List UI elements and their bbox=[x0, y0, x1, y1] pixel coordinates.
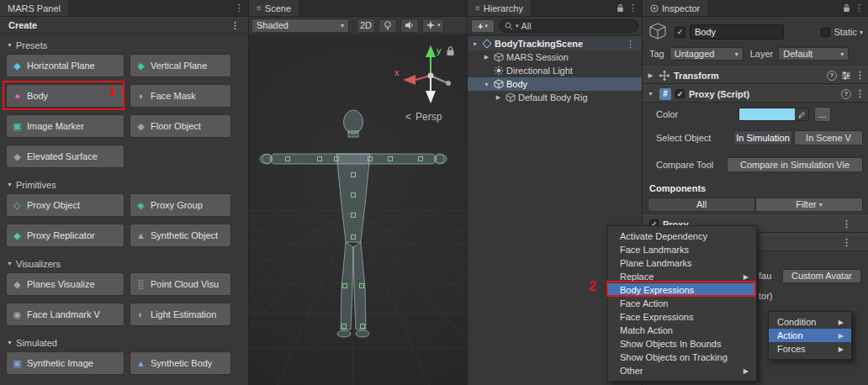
menu-item-match-action[interactable]: Match Action bbox=[608, 324, 756, 337]
tab-all[interactable]: All bbox=[648, 198, 755, 212]
in-scene-view-button[interactable]: In Scene V bbox=[794, 130, 863, 145]
x-axis-cone[interactable] bbox=[403, 75, 415, 85]
simulated-synthetic-image-button[interactable]: ▣ Synthetic Image bbox=[6, 351, 124, 375]
in-simulation-button[interactable]: In Simulation bbox=[733, 130, 792, 145]
section-simulated[interactable]: ▼ Simulated bbox=[5, 336, 57, 349]
chevron-down-icon[interactable]: ▾ bbox=[860, 29, 863, 36]
kebab-icon[interactable]: ⋮ bbox=[626, 40, 635, 49]
simulated-synthetic-body-button[interactable]: ▲ Synthetic Body bbox=[130, 351, 231, 375]
help-icon[interactable]: ? bbox=[827, 71, 837, 81]
section-primitives[interactable]: ▼ Primitives bbox=[5, 178, 56, 191]
foldout-open-icon[interactable]: ▼ bbox=[646, 91, 655, 97]
hierarchy-row-default-body-rig[interactable]: ▶ Default Body Rig bbox=[468, 91, 642, 104]
visualizer-point-cloud-button[interactable]: ⣿ Point Cloud Visu bbox=[130, 272, 231, 296]
lock-icon[interactable] bbox=[446, 45, 455, 56]
lock-icon[interactable] bbox=[617, 3, 624, 13]
gameobject-name-field[interactable]: Body bbox=[690, 24, 784, 40]
kebab-icon[interactable]: ⋮ bbox=[235, 3, 244, 13]
hierarchy-row-scene[interactable]: ▼ BodyTrackingScene ⋮ bbox=[468, 37, 642, 50]
2d-toggle-button[interactable]: 2D bbox=[357, 18, 375, 33]
primitive-synthetic-object-button[interactable]: ▲ Synthetic Object bbox=[130, 224, 231, 247]
visualizer-light-estimation-button[interactable]: ◐ Light Estimation bbox=[130, 303, 231, 326]
primitive-proxy-replicator-button[interactable]: ◆ Proxy Replicator bbox=[6, 224, 124, 247]
preset-vertical-plane-button[interactable]: ◆ Vertical Plane bbox=[130, 54, 231, 77]
menu-item-activate-dependency[interactable]: Activate Dependency bbox=[608, 229, 756, 243]
section-visualizers[interactable]: ▼ Visualizers bbox=[5, 257, 61, 270]
create-object-button[interactable]: + ▾ bbox=[471, 19, 495, 33]
back-axis-dot[interactable] bbox=[446, 81, 451, 86]
section-presets[interactable]: ▼ Presets bbox=[5, 39, 47, 51]
lock-icon[interactable] bbox=[843, 3, 850, 13]
visualizer-face-landmark-button[interactable]: ◉ Face Landmark V bbox=[6, 303, 124, 326]
foldout-closed-icon[interactable]: ▶ bbox=[482, 54, 491, 61]
transform-component-header[interactable]: ▶ Transform ? ⋮ bbox=[643, 66, 868, 84]
compare-in-simulation-button[interactable]: Compare in Simulation Vie bbox=[727, 157, 863, 172]
preset-body-button[interactable]: ● Body bbox=[6, 84, 124, 108]
hierarchy-row-mars-session[interactable]: ▶ MARS Session bbox=[468, 50, 642, 64]
perspective-label[interactable]: < Persp bbox=[405, 111, 442, 123]
foldout-closed-icon[interactable]: ▶ bbox=[646, 72, 655, 79]
primitive-proxy-object-button[interactable]: ◇ Proxy Object bbox=[6, 193, 124, 217]
active-checkbox[interactable]: ✓ bbox=[675, 27, 685, 38]
color-swatch[interactable] bbox=[739, 108, 795, 120]
lighting-toggle-button[interactable] bbox=[378, 18, 397, 33]
submenu-item-action[interactable]: Action▶ bbox=[769, 329, 851, 342]
color-field[interactable] bbox=[738, 108, 809, 121]
tab-scene[interactable]: ≡ Scene bbox=[249, 0, 299, 16]
menu-item-replace[interactable]: Replace▶ bbox=[608, 270, 756, 283]
menu-item-show-objects-in-bounds[interactable]: Show Objects In Bounds bbox=[608, 337, 756, 351]
audio-toggle-button[interactable] bbox=[400, 18, 419, 33]
primitive-proxy-group-button[interactable]: ◈ Proxy Group bbox=[130, 193, 231, 217]
proxy-enabled-checkbox[interactable]: ✓ bbox=[675, 89, 685, 98]
menu-item-face-expressions[interactable]: Face Expressions bbox=[608, 310, 756, 324]
preset-image-marker-button[interactable]: ▣ Image Marker bbox=[6, 114, 124, 138]
synthetic-object-icon: ▲ bbox=[135, 230, 146, 240]
shading-mode-dropdown[interactable]: Shaded ▾ bbox=[251, 18, 349, 33]
preset-face-mask-button[interactable]: ◗ Face Mask bbox=[130, 84, 231, 108]
menu-item-face-landmarks[interactable]: Face Landmarks bbox=[608, 243, 756, 256]
tab-filter[interactable]: Filter ▾ bbox=[755, 198, 863, 212]
foldout-open-icon[interactable]: ▼ bbox=[470, 41, 479, 47]
preset-elevated-surface-button[interactable]: ◆ Elevated Surface bbox=[6, 145, 124, 168]
kebab-icon[interactable]: ⋮ bbox=[842, 238, 851, 247]
eyedropper-icon[interactable] bbox=[795, 108, 808, 120]
menu-item-show-objects-on-tracking[interactable]: Show Objects on Tracking bbox=[608, 351, 756, 364]
components-label: Components bbox=[649, 183, 706, 193]
foldout-closed-icon[interactable]: ▶ bbox=[494, 94, 503, 101]
color-options-button[interactable]: ... bbox=[814, 107, 831, 122]
visualizer-planes-button[interactable]: ◆ Planes Visualize bbox=[6, 272, 124, 296]
menu-item-body-expressions[interactable]: Body Expressions bbox=[608, 283, 756, 297]
preset-horizontal-plane-button[interactable]: ◆ Horizontal Plane bbox=[6, 54, 124, 77]
submenu-item-condition[interactable]: Condition▶ bbox=[769, 315, 851, 329]
menu-item-other[interactable]: Other▶ bbox=[608, 364, 756, 377]
hierarchy-search-input[interactable]: ▾ All bbox=[499, 19, 638, 33]
presets-icon[interactable] bbox=[841, 71, 851, 81]
hierarchy-row-directional-light[interactable]: Directional Light bbox=[468, 64, 642, 77]
effects-toggle-button[interactable]: ▾ bbox=[422, 18, 444, 33]
kebab-icon[interactable]: ⋮ bbox=[842, 219, 851, 229]
tag-dropdown[interactable]: Untagged ▾ bbox=[670, 47, 744, 61]
kebab-icon[interactable]: ⋮ bbox=[230, 21, 240, 30]
scene-viewport[interactable]: y x < Persp bbox=[249, 35, 467, 385]
y-axis-cone[interactable] bbox=[426, 45, 436, 57]
tab-hierarchy[interactable]: ≡ Hierarchy bbox=[468, 0, 531, 16]
proxy-component-header[interactable]: ▼ # ✓ Proxy (Script) ? ⋮ bbox=[643, 85, 868, 103]
menu-item-face-action[interactable]: Face Action bbox=[608, 297, 756, 310]
kebab-icon[interactable]: ⋮ bbox=[628, 3, 638, 13]
hierarchy-row-body[interactable]: ▼ Body bbox=[468, 77, 642, 91]
submenu-item-forces[interactable]: Forces▶ bbox=[769, 342, 851, 356]
kebab-icon[interactable]: ⋮ bbox=[855, 3, 864, 13]
tab-mars-panel[interactable]: MARS Panel bbox=[0, 0, 68, 16]
preset-floor-object-button[interactable]: ◆ Floor Object bbox=[130, 114, 231, 138]
help-icon[interactable]: ? bbox=[841, 89, 851, 99]
layer-dropdown[interactable]: Default ▾ bbox=[778, 47, 849, 61]
kebab-icon[interactable]: ⋮ bbox=[855, 89, 865, 98]
z-axis-cone[interactable] bbox=[426, 91, 436, 103]
menu-item-plane-landmarks[interactable]: Plane Landmarks bbox=[608, 256, 756, 270]
custom-avatar-button[interactable]: Custom Avatar bbox=[782, 269, 861, 283]
tab-inspector[interactable]: Inspector bbox=[643, 0, 707, 16]
static-checkbox[interactable] bbox=[821, 28, 830, 37]
kebab-icon[interactable]: ⋮ bbox=[855, 71, 865, 80]
foldout-open-icon[interactable]: ▼ bbox=[482, 82, 491, 87]
gizmo-center[interactable] bbox=[428, 73, 434, 79]
